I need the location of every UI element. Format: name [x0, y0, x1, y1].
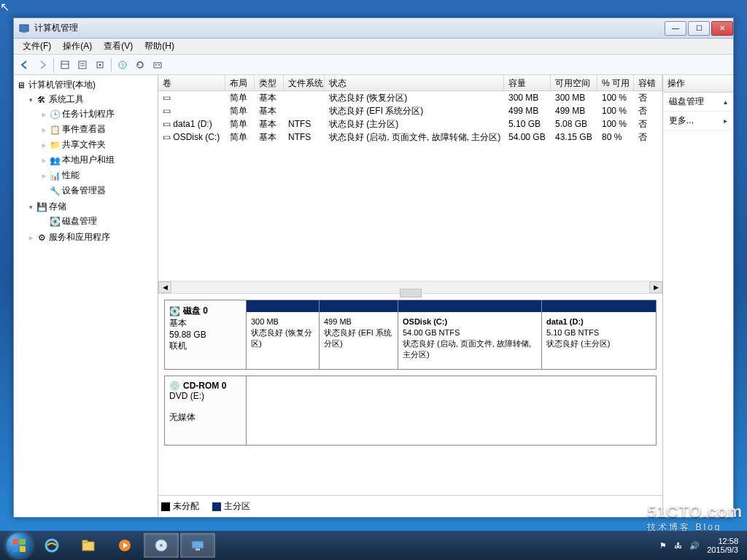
- view-button[interactable]: [57, 57, 73, 73]
- volume-row[interactable]: ▭ OSDisk (C:) 简单 基本 NTFS 状态良好 (启动, 页面文件,…: [158, 131, 662, 144]
- disk-state: 联机: [169, 340, 241, 352]
- tree-device-manager[interactable]: 🔧设备管理器: [15, 184, 156, 198]
- tree-services-apps[interactable]: ▹ ⚙ 服务和应用程序: [15, 230, 156, 244]
- col-volume[interactable]: 卷: [158, 75, 225, 90]
- tray-volume-icon[interactable]: 🔊: [689, 541, 700, 551]
- toolbar: ?: [14, 55, 733, 75]
- tray-network-icon[interactable]: 🖧: [674, 541, 682, 550]
- taskbar-media-player[interactable]: [107, 533, 142, 558]
- disk-0-row[interactable]: 💽 磁盘 0 基本 59.88 GB 联机 300 MB 状态良好 (恢复分区): [164, 300, 657, 370]
- cdrom-0-row[interactable]: 💿 CD-ROM 0 DVD (E:) 无媒体: [164, 376, 657, 446]
- start-button[interactable]: [4, 531, 34, 560]
- storage-icon: 💾: [36, 201, 47, 213]
- svg-rect-15: [82, 542, 94, 551]
- system-tray[interactable]: ⚑ 🖧 🔊 12:58 2015/9/3: [659, 537, 743, 554]
- col-free[interactable]: 可用空间: [551, 75, 597, 90]
- back-button[interactable]: [17, 57, 33, 73]
- tray-flag-icon[interactable]: ⚑: [659, 541, 667, 551]
- tree-event-viewer[interactable]: ▹📋事件查看器: [15, 122, 156, 136]
- volume-row[interactable]: ▭ 简单 基本 状态良好 (EFI 系统分区) 499 MB 499 MB 10…: [158, 104, 662, 117]
- col-pctfree[interactable]: % 可用: [597, 75, 634, 90]
- titlebar[interactable]: 计算机管理 — ☐ ✕: [14, 18, 733, 39]
- cdrom-0-info[interactable]: 💿 CD-ROM 0 DVD (E:) 无媒体: [165, 376, 247, 445]
- expander-icon[interactable]: ▹: [40, 157, 47, 164]
- tools-icon: 🛠: [36, 94, 47, 106]
- expander-icon[interactable]: ▹: [40, 111, 47, 118]
- navigation-tree[interactable]: 🖥 计算机管理(本地) ▾ 🛠 系统工具 ▹🕒任务计划程序 ▹📋事件查看器 ▹📁…: [14, 75, 158, 517]
- col-filesystem[interactable]: 文件系统: [284, 75, 325, 90]
- tree-root-label: 计算机管理(本地): [28, 79, 96, 91]
- svg-text:?: ?: [121, 62, 125, 69]
- svg-point-13: [158, 64, 160, 66]
- col-layout[interactable]: 布局: [225, 75, 255, 90]
- expander-icon[interactable]: ▾: [27, 96, 34, 104]
- tree-local-users[interactable]: ▹👥本地用户和组: [15, 153, 156, 167]
- tree-performance[interactable]: ▹📊性能: [15, 168, 156, 182]
- svg-rect-4: [79, 61, 86, 69]
- menu-view[interactable]: 查看(V): [98, 39, 139, 54]
- taskbar-ie[interactable]: [34, 533, 69, 558]
- vol-free: 499 MB: [551, 106, 597, 116]
- actions-header: 操作: [663, 75, 733, 93]
- expander-icon[interactable]: ▹: [40, 172, 47, 179]
- refresh-button[interactable]: [132, 57, 148, 73]
- help-button[interactable]: ?: [115, 57, 131, 73]
- vol-fault: 否: [634, 105, 662, 117]
- properties-button[interactable]: [74, 57, 90, 73]
- svg-point-8: [99, 63, 101, 66]
- taskbar-disc-app[interactable]: [144, 533, 179, 558]
- horizontal-scrollbar[interactable]: ◀ ▶: [158, 281, 662, 294]
- taskbar[interactable]: ⚑ 🖧 🔊 12:58 2015/9/3: [0, 531, 747, 560]
- app-icon: [18, 23, 30, 34]
- disk-0-info[interactable]: 💽 磁盘 0 基本 59.88 GB 联机: [165, 300, 247, 369]
- col-type[interactable]: 类型: [255, 75, 284, 90]
- partition-data1[interactable]: data1 (D:) 5.10 GB NTFS 状态良好 (主分区): [542, 300, 656, 369]
- partition-recovery[interactable]: 300 MB 状态良好 (恢复分区): [247, 300, 320, 369]
- scroll-right-button[interactable]: ▶: [649, 281, 662, 293]
- part-size: 499 MB: [324, 316, 393, 327]
- menu-action[interactable]: 操作(A): [57, 39, 98, 54]
- volume-row[interactable]: ▭ 简单 基本 状态良好 (恢复分区) 300 MB 300 MB 100 % …: [158, 91, 662, 104]
- partition-efi[interactable]: 499 MB 状态良好 (EFI 系统分区): [320, 300, 398, 369]
- taskbar-explorer[interactable]: [71, 533, 106, 558]
- tree-task-scheduler[interactable]: ▹🕒任务计划程序: [15, 107, 156, 121]
- close-button[interactable]: ✕: [711, 21, 733, 36]
- tree-shared-folders[interactable]: ▹📁共享文件夹: [15, 138, 156, 152]
- disk-icon: 💽: [169, 306, 180, 316]
- col-status[interactable]: 状态: [325, 75, 504, 90]
- legend-label: 未分配: [173, 501, 199, 511]
- maximize-button[interactable]: ☐: [688, 21, 710, 36]
- volume-row[interactable]: ▭ data1 (D:) 简单 基本 NTFS 状态良好 (主分区) 5.10 …: [158, 117, 662, 131]
- col-fault[interactable]: 容错: [634, 75, 662, 90]
- menu-help[interactable]: 帮助(H): [139, 39, 180, 54]
- actions-disk-management[interactable]: 磁盘管理 ▴: [663, 93, 733, 112]
- partition-osdisk[interactable]: OSDisk (C:) 54.00 GB NTFS 状态良好 (启动, 页面文件…: [398, 300, 542, 369]
- actions-more[interactable]: 更多... ▸: [663, 112, 733, 131]
- tree-disk-management[interactable]: 💽磁盘管理: [15, 214, 156, 228]
- vol-cap: 5.10 GB: [504, 119, 551, 129]
- expander-icon[interactable]: ▾: [27, 203, 34, 211]
- taskbar-computer-management[interactable]: [180, 533, 215, 558]
- tree-item-label: 磁盘管理: [62, 215, 97, 228]
- col-capacity[interactable]: 容量: [504, 75, 551, 90]
- vol-free: 300 MB: [551, 93, 597, 103]
- settings-button[interactable]: [150, 57, 166, 73]
- vol-type: 基本: [255, 131, 284, 144]
- scroll-thumb[interactable]: [400, 289, 422, 298]
- volume-list-header[interactable]: 卷 布局 类型 文件系统 状态 容量 可用空间 % 可用 容错: [158, 75, 662, 91]
- expander-icon[interactable]: ▹: [40, 141, 47, 149]
- minimize-button[interactable]: —: [665, 21, 686, 36]
- menu-file[interactable]: 文件(F): [17, 39, 57, 54]
- expander-icon[interactable]: ▹: [40, 126, 47, 133]
- perf-icon: 📊: [49, 170, 61, 182]
- tree-root[interactable]: 🖥 计算机管理(本地): [15, 78, 156, 92]
- tree-system-tools[interactable]: ▾ 🛠 系统工具: [15, 93, 156, 106]
- tree-storage[interactable]: ▾ 💾 存储: [15, 200, 156, 214]
- expander-icon[interactable]: ▹: [27, 234, 34, 241]
- options-button[interactable]: [92, 57, 108, 73]
- volume-list[interactable]: ▭ 简单 基本 状态良好 (恢复分区) 300 MB 300 MB 100 % …: [158, 91, 662, 281]
- scroll-left-button[interactable]: ◀: [158, 281, 171, 293]
- tray-clock[interactable]: 12:58 2015/9/3: [707, 537, 738, 554]
- svg-rect-21: [192, 541, 204, 548]
- forward-button[interactable]: [34, 57, 50, 73]
